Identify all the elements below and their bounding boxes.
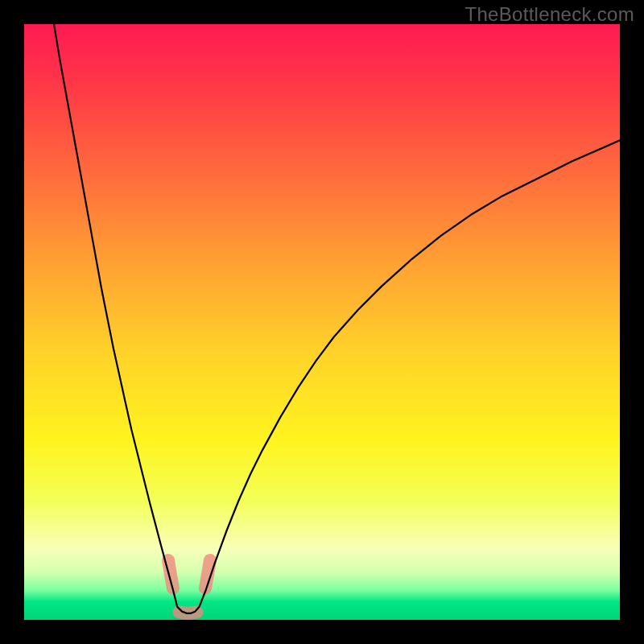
- watermark-text: TheBottleneck.com: [464, 3, 634, 26]
- gradient-background: [24, 24, 620, 620]
- chart-frame: TheBottleneck.com: [0, 0, 644, 644]
- chart-svg: [24, 24, 620, 620]
- plot-area: [24, 24, 620, 620]
